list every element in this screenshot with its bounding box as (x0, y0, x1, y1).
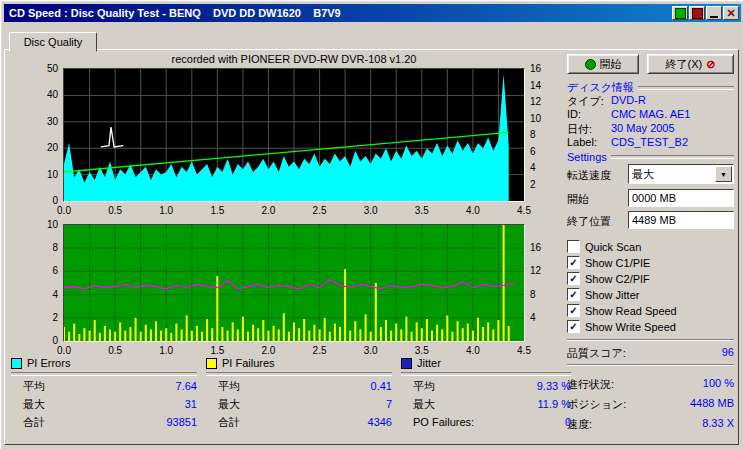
start-position-input[interactable] (628, 189, 734, 207)
axis-tick-label: 2.5 (308, 345, 332, 356)
stat-label: 合計 (23, 415, 45, 430)
axis-tick-label: 12 (530, 265, 554, 276)
divider (611, 155, 734, 159)
checkbox-show-jitter[interactable]: ✓ Show Jitter (567, 288, 639, 301)
jitter-panel: Jitter 平均9.33 % 最大11.9 % PO Failures:0 (401, 356, 571, 431)
minimize-button[interactable] (706, 6, 722, 20)
chevron-down-icon[interactable]: ▼ (715, 166, 732, 182)
jitter-title: Jitter (417, 357, 441, 369)
axis-tick-label: 4 (530, 312, 554, 323)
quality-score-value: 96 (661, 346, 734, 358)
stat-label: 平均 (413, 379, 435, 394)
axis-tick-label: 16 (530, 63, 554, 74)
checkbox-box[interactable]: ✓ (567, 304, 580, 317)
exit-icon: ⊘ (706, 59, 715, 70)
checkbox-show-c2-pif[interactable]: ✓ Show C2/PIF (567, 272, 650, 285)
start-button[interactable]: 開始 (567, 54, 639, 74)
axis-tick-label: 3.5 (410, 205, 434, 216)
stat-row: 最大31 (11, 395, 197, 413)
transfer-speed-label: 転送速度 (567, 168, 611, 183)
transfer-speed-select[interactable]: 最大 ▼ (628, 164, 734, 184)
axis-tick-label: 50 (22, 63, 58, 74)
divider (206, 372, 392, 376)
disc-date-value: 30 May 2005 (611, 122, 675, 134)
checkbox-box[interactable]: ✓ (567, 288, 580, 301)
axis-tick-label: 3.0 (359, 345, 383, 356)
pi-errors-header: PI Errors (11, 356, 197, 370)
checkbox-label: Show C2/PIF (585, 273, 650, 285)
checkbox-box[interactable]: ✓ (567, 256, 580, 269)
stat-label: 最大 (413, 397, 435, 412)
axis-tick-label: 1.0 (154, 345, 178, 356)
checkbox-box[interactable]: ✓ (567, 320, 580, 333)
minimize-icon (710, 16, 718, 18)
disc-label-value: CDS_TEST_B2 (611, 136, 688, 148)
disc-type-label: タイプ: (567, 94, 604, 109)
axis-tick-label: 14 (530, 80, 554, 91)
axis-tick-label: 2 (22, 312, 58, 323)
axis-tick-label: 0.0 (52, 205, 76, 216)
stat-row: 平均7.64 (11, 377, 197, 395)
stat-value: 7 (386, 398, 392, 410)
quality-chart-top (63, 68, 525, 202)
stat-value: 4346 (368, 416, 392, 428)
axis-tick-label: 1.5 (205, 205, 229, 216)
position-label: ポジション: (567, 397, 626, 412)
transfer-speed-value: 最大 (629, 167, 714, 182)
checkbox-quick-scan[interactable]: Quick Scan (567, 240, 641, 253)
drive-green-button[interactable] (672, 6, 688, 20)
axis-tick-label: 4 (530, 162, 554, 173)
start-button-label: 開始 (600, 57, 622, 72)
axis-tick-label: 20 (22, 142, 58, 153)
green-disc-icon (675, 8, 686, 19)
pi-failures-panel: PI Failures 平均0.41 最大7 合計4346 (206, 356, 392, 431)
divider (567, 364, 734, 366)
app-window: CD Speed : Disc Quality Test - BENQ DVD … (0, 0, 743, 449)
stat-row: 平均9.33 % (401, 377, 571, 395)
axis-tick-label: 8 (22, 242, 58, 253)
speed-value: 8.33 X (641, 417, 734, 429)
stat-value: 0 (565, 416, 571, 428)
recorded-with-text: recorded with PIONEER DVD-RW DVR-108 v1.… (63, 53, 525, 65)
disc-id-value: CMC MAG. AE1 (611, 108, 690, 120)
stat-label: 平均 (23, 379, 45, 394)
stat-value: 0.41 (371, 380, 392, 392)
pi-errors-swatch (11, 358, 22, 369)
progress-value: 100 % (641, 377, 734, 389)
checkbox-show-write-speed[interactable]: ✓ Show Write Speed (567, 320, 676, 333)
window-title: CD Speed : Disc Quality Test - BENQ DVD … (9, 7, 341, 19)
close-icon: ✕ (726, 8, 735, 19)
checkbox-box[interactable] (567, 240, 580, 253)
axis-tick-label: 12 (530, 96, 554, 107)
drive-red-button[interactable] (689, 6, 705, 20)
pi-errors-chart (64, 69, 524, 201)
checkbox-show-c1-pie[interactable]: ✓ Show C1/PIE (567, 256, 650, 269)
stat-row: 平均0.41 (206, 377, 392, 395)
title-bar[interactable]: CD Speed : Disc Quality Test - BENQ DVD … (4, 4, 741, 22)
checkbox-label: Show C1/PIE (585, 257, 650, 269)
disc-label-label: Label: (567, 136, 597, 148)
pi-errors-panel: PI Errors 平均7.64 最大31 合計93851 (11, 356, 197, 431)
axis-tick-label: 3.5 (410, 345, 434, 356)
checkbox-show-read-speed[interactable]: ✓ Show Read Speed (567, 304, 677, 317)
end-position-input[interactable] (628, 211, 734, 229)
tab-disc-quality[interactable]: Disc Quality (9, 32, 97, 52)
axis-tick-label: 40 (22, 89, 58, 100)
close-button[interactable]: ✕ (723, 6, 739, 20)
stat-row: 最大11.9 % (401, 395, 571, 413)
pi-failures-header: PI Failures (206, 356, 392, 370)
exit-button[interactable]: 終了(X) ⊘ (647, 54, 734, 74)
checkbox-box[interactable]: ✓ (567, 272, 580, 285)
checkbox-label: Show Jitter (585, 289, 639, 301)
axis-tick-label: 4.5 (512, 205, 536, 216)
axis-tick-label: 16 (530, 242, 554, 253)
axis-tick-label: 10 (22, 219, 58, 230)
end-position-label: 終了位置 (567, 214, 611, 229)
start-icon (585, 59, 596, 70)
divider (11, 372, 197, 376)
stat-row: 合計4346 (206, 413, 392, 431)
stat-value: 31 (185, 398, 197, 410)
red-disc-icon (692, 8, 703, 19)
axis-tick-label: 4.5 (512, 345, 536, 356)
pi-failures-title: PI Failures (222, 357, 275, 369)
